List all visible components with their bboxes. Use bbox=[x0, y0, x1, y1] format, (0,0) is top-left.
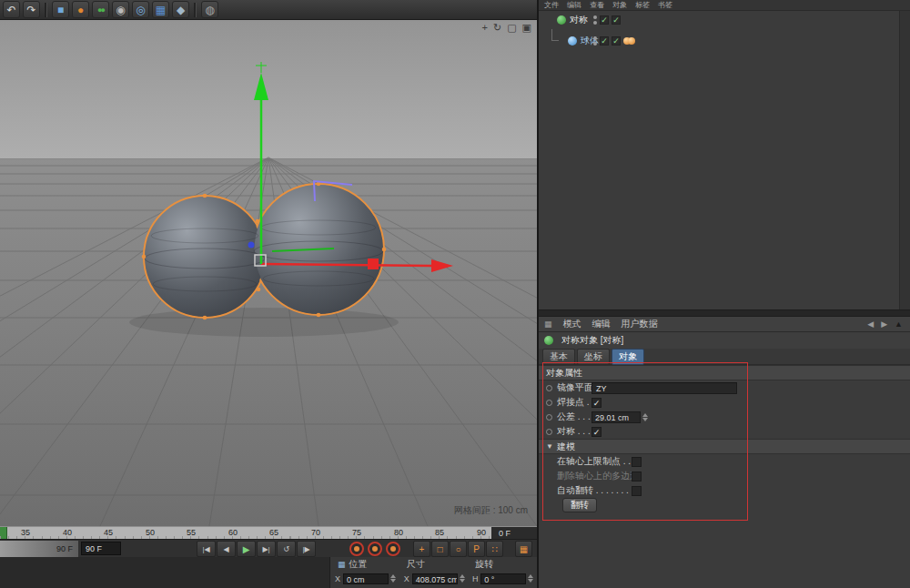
viewport-nav: + ↻ ▢ ▣ bbox=[482, 23, 531, 33]
param-label: 公差 . . . . bbox=[557, 411, 595, 423]
menu-view[interactable]: 查看 bbox=[590, 0, 604, 10]
sphere-object-icon bbox=[568, 36, 577, 46]
timeline-marker[interactable] bbox=[0, 527, 7, 540]
flip-button[interactable]: 翻转 bbox=[562, 498, 597, 512]
record-scale-toggle[interactable]: □ bbox=[431, 541, 449, 557]
timeline-end-field[interactable]: 0 F bbox=[491, 527, 537, 540]
history-forward-icon[interactable]: ▶ bbox=[881, 319, 887, 329]
current-frame-field[interactable]: 90 F bbox=[81, 542, 121, 555]
symmetry-checkbox[interactable]: ✓ bbox=[592, 427, 602, 437]
param-bullet-icon[interactable] bbox=[546, 400, 552, 406]
menu-file[interactable]: 文件 bbox=[544, 0, 559, 10]
object-label[interactable]: 对称 bbox=[570, 14, 588, 26]
object-manager: 对称 ✓ ✓ 球体 ✓ ✓ bbox=[539, 11, 910, 309]
auto-flip-checkbox[interactable] bbox=[632, 486, 642, 496]
toolbar-separator bbox=[194, 3, 197, 17]
object-row-sphere[interactable]: 球体 ✓ ✓ bbox=[539, 35, 599, 47]
environment-icon[interactable]: ◎ bbox=[132, 1, 149, 18]
collapse-triangle-icon[interactable]: ▼ bbox=[546, 442, 553, 451]
keyframe-selection-toggle[interactable]: ▦ bbox=[515, 541, 532, 557]
redo-icon[interactable]: ↷ bbox=[23, 1, 40, 18]
object-manager-scrollbar[interactable] bbox=[899, 11, 910, 309]
record-position-toggle[interactable]: + bbox=[413, 541, 430, 557]
enable-check[interactable]: ✓ bbox=[600, 36, 609, 46]
object-row-symmetry[interactable]: 对称 ✓ ✓ bbox=[539, 14, 588, 26]
spinner[interactable] bbox=[528, 574, 533, 583]
history-back-icon[interactable]: ◀ bbox=[867, 319, 874, 329]
array-icon[interactable]: ▦ bbox=[152, 1, 169, 18]
phong-tag-icon[interactable] bbox=[623, 36, 636, 46]
tab-coordinates[interactable]: 坐标 bbox=[577, 349, 610, 365]
go-to-start-button[interactable]: |◀ bbox=[197, 541, 216, 557]
autokey-button[interactable] bbox=[368, 542, 382, 556]
rotation-h-input[interactable]: 0 ° bbox=[480, 573, 526, 584]
spinner[interactable] bbox=[460, 574, 465, 583]
record-pla-toggle[interactable]: ∷ bbox=[486, 541, 503, 557]
visibility-dots[interactable] bbox=[593, 36, 597, 46]
axis-label: H bbox=[471, 574, 479, 583]
record-rotation-toggle[interactable]: ○ bbox=[450, 541, 467, 557]
tolerance-input[interactable]: 29.01 cm bbox=[592, 411, 641, 423]
next-frame-button[interactable]: ▶| bbox=[257, 541, 276, 557]
weld-points-checkbox[interactable]: ✓ bbox=[592, 398, 602, 408]
record-parameter-toggle[interactable]: P bbox=[468, 541, 485, 557]
timeline-zoom-slider[interactable]: 90 F bbox=[0, 541, 78, 557]
orbit-icon[interactable]: ↻ bbox=[493, 23, 501, 33]
primitive-sphere-icon[interactable]: ● bbox=[72, 1, 89, 18]
menu-tag[interactable]: 标签 bbox=[635, 0, 650, 10]
clamp-points-checkbox[interactable] bbox=[632, 457, 642, 467]
mirror-plane-dropdown[interactable]: ZY bbox=[592, 382, 737, 394]
symmetry-object-icon bbox=[544, 336, 553, 345]
menu-edit[interactable]: 编辑 bbox=[592, 318, 611, 330]
enable-check[interactable]: ✓ bbox=[612, 36, 621, 46]
section-object-properties[interactable]: 对象属性 bbox=[539, 365, 910, 380]
attr-grid-icon[interactable]: ▦ bbox=[544, 319, 552, 329]
panel-divider[interactable] bbox=[539, 309, 910, 317]
viewport-canvas[interactable] bbox=[0, 20, 537, 526]
pan-icon[interactable]: + bbox=[482, 23, 488, 33]
camera-icon[interactable]: ◆ bbox=[172, 1, 189, 18]
fold-icon[interactable]: ▲ bbox=[895, 319, 903, 329]
zoom-icon[interactable]: ▢ bbox=[507, 23, 516, 33]
tab-basic[interactable]: 基本 bbox=[542, 349, 575, 365]
viewport[interactable]: + ↻ ▢ ▣ 网格间距 : 100 cm bbox=[0, 20, 537, 526]
tick-label: 75 bbox=[352, 528, 361, 537]
record-options-button[interactable] bbox=[386, 542, 400, 556]
menu-mode[interactable]: 模式 bbox=[563, 318, 581, 330]
previous-frame-button[interactable]: ◀ bbox=[217, 541, 236, 557]
size-x-input[interactable]: 408.075 cm bbox=[412, 573, 458, 584]
undo-icon[interactable]: ↶ bbox=[3, 1, 20, 18]
param-bullet-icon[interactable] bbox=[546, 429, 552, 435]
param-bullet-icon[interactable] bbox=[546, 385, 552, 391]
enable-check[interactable]: ✓ bbox=[600, 15, 609, 25]
menu-object[interactable]: 对象 bbox=[612, 0, 627, 10]
param-bullet-icon[interactable] bbox=[546, 414, 552, 421]
go-to-end-button[interactable]: |▶ bbox=[297, 541, 316, 557]
delete-polygons-checkbox[interactable] bbox=[632, 471, 642, 482]
section-modeling[interactable]: ▼ 建模 bbox=[539, 439, 910, 454]
tick-label: 90 bbox=[477, 528, 486, 537]
enable-check[interactable]: ✓ bbox=[612, 15, 621, 25]
spinner[interactable] bbox=[390, 574, 396, 583]
timeline-ruler[interactable]: 35 40 45 50 55 60 65 70 75 80 85 90 0 F bbox=[0, 526, 537, 540]
shading-icon[interactable]: ◍ bbox=[201, 1, 218, 18]
maximize-icon[interactable]: ▣ bbox=[522, 23, 531, 33]
deformers-icon[interactable]: ◉ bbox=[112, 1, 129, 18]
generators-icon[interactable]: ●● bbox=[92, 1, 109, 18]
tab-object[interactable]: 对象 bbox=[612, 349, 644, 365]
position-x-input[interactable]: 0 cm bbox=[343, 573, 389, 584]
spinner[interactable] bbox=[642, 413, 648, 421]
param-flip: 翻转 bbox=[539, 498, 910, 512]
menu-bookmark[interactable]: 书签 bbox=[658, 0, 672, 10]
axis-label: X bbox=[334, 574, 341, 583]
play-button[interactable]: ▶ bbox=[237, 541, 256, 557]
record-keyframe-button[interactable] bbox=[349, 542, 364, 556]
menu-edit[interactable]: 编辑 bbox=[567, 0, 581, 10]
grid-spacing-label: 网格间距 : 100 cm bbox=[454, 504, 528, 517]
model-cube-icon[interactable]: ■ bbox=[52, 1, 69, 18]
visibility-dots[interactable] bbox=[593, 15, 597, 25]
menu-user-data[interactable]: 用户数据 bbox=[622, 318, 658, 330]
loop-button[interactable]: ↺ bbox=[277, 541, 296, 557]
param-label: 镜像平面 bbox=[557, 381, 593, 394]
param-mirror-plane: 镜像平面 ZY bbox=[539, 380, 910, 395]
